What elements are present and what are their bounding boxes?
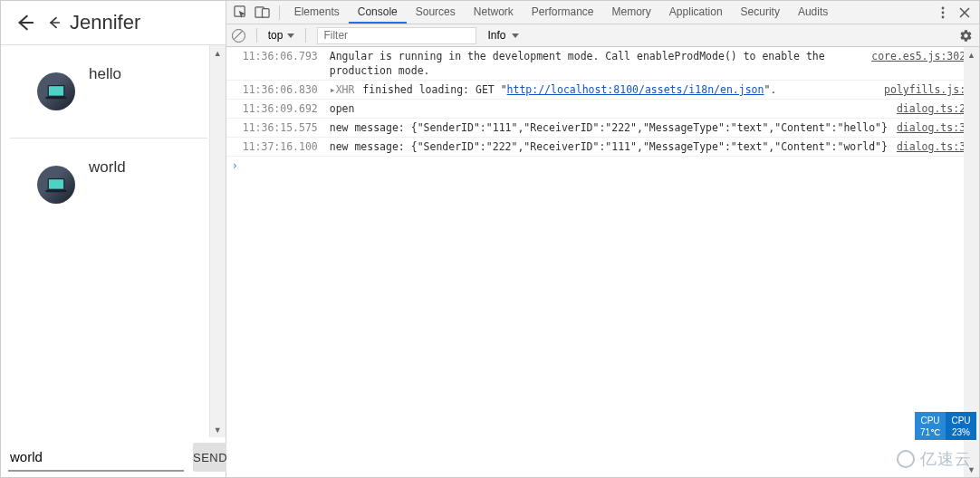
devtools-topbar: Elements Console Sources Network Perform… bbox=[226, 1, 979, 24]
tab-performance[interactable]: Performance bbox=[523, 1, 603, 24]
cpu-widgets: CPU 71℃ CPU 23% bbox=[915, 412, 976, 440]
clear-console-icon[interactable] bbox=[232, 29, 245, 43]
close-icon[interactable] bbox=[956, 4, 974, 22]
svg-point-11 bbox=[942, 15, 945, 18]
watermark-text: 亿速云 bbox=[920, 448, 972, 470]
tab-application[interactable]: Application bbox=[660, 1, 732, 24]
console-row: 11:37:16.100 new message: {"SenderID":"2… bbox=[226, 138, 979, 157]
watermark-icon bbox=[897, 450, 915, 468]
log-source[interactable]: dialog.ts:31 bbox=[888, 139, 972, 154]
divider bbox=[256, 28, 257, 43]
svg-point-9 bbox=[942, 6, 945, 9]
tab-security[interactable]: Security bbox=[732, 1, 789, 24]
tab-sources[interactable]: Sources bbox=[407, 1, 465, 24]
log-source[interactable]: polyfills.js:3 bbox=[875, 82, 972, 97]
watermark: 亿速云 bbox=[897, 448, 972, 470]
message-row: hello bbox=[10, 45, 207, 139]
scrollbar[interactable]: ▲ ▼ bbox=[209, 45, 226, 437]
filter-input[interactable] bbox=[317, 27, 476, 44]
console-toolbar: top Info bbox=[226, 24, 979, 47]
cpu-value: 23% bbox=[952, 426, 970, 438]
avatar bbox=[37, 166, 75, 204]
chat-panel: Jennifer hello world ▲ ▼ SEND bbox=[1, 1, 226, 477]
compose-area: SEND bbox=[8, 443, 218, 472]
back-chevron-icon[interactable] bbox=[44, 13, 64, 33]
divider bbox=[305, 28, 306, 43]
log-time: 11:36:15.575 bbox=[243, 120, 326, 135]
tab-elements[interactable]: Elements bbox=[285, 1, 349, 24]
inspect-icon[interactable] bbox=[232, 4, 250, 22]
console-row: 11:36:09.692 open dialog.ts:27 bbox=[226, 100, 979, 119]
log-message: new message: {"SenderID":"222","Receiver… bbox=[326, 139, 888, 154]
svg-rect-4 bbox=[49, 179, 63, 189]
log-source[interactable]: dialog.ts:27 bbox=[888, 101, 972, 116]
back-button[interactable] bbox=[12, 10, 37, 35]
log-source[interactable]: dialog.ts:31 bbox=[888, 120, 972, 135]
scroll-down-icon[interactable]: ▼ bbox=[210, 422, 226, 437]
message-text: world bbox=[89, 158, 126, 177]
message-row: world bbox=[10, 139, 207, 231]
log-message: open bbox=[326, 101, 888, 116]
console-row: 11:36:06.830 ▸XHR finished loading: GET … bbox=[226, 81, 979, 100]
divider bbox=[279, 5, 280, 20]
log-message: new message: {"SenderID":"111","Receiver… bbox=[326, 120, 888, 135]
log-message: ▸XHR finished loading: GET "http://local… bbox=[326, 82, 875, 97]
log-message: Angular is running in the development mo… bbox=[326, 49, 863, 78]
devtools-tabs: Elements Console Sources Network Perform… bbox=[285, 1, 838, 24]
scroll-up-icon[interactable]: ▲ bbox=[964, 47, 979, 62]
console-prompt[interactable]: › bbox=[226, 157, 979, 175]
log-source[interactable]: core.es5.js:3025 bbox=[862, 49, 972, 78]
device-toggle-icon[interactable] bbox=[254, 4, 272, 22]
chevron-down-icon bbox=[512, 33, 519, 38]
devtools-panel: Elements Console Sources Network Perform… bbox=[226, 1, 979, 477]
chat-title: Jennifer bbox=[70, 11, 140, 34]
log-time: 11:36:06.830 bbox=[243, 82, 326, 97]
chevron-down-icon bbox=[287, 33, 294, 38]
messages-area: hello world bbox=[1, 45, 226, 477]
svg-rect-5 bbox=[45, 190, 66, 192]
compose-input[interactable] bbox=[8, 444, 184, 472]
tab-audits[interactable]: Audits bbox=[789, 1, 837, 24]
log-time: 11:36:06.793 bbox=[243, 49, 326, 78]
chat-header: Jennifer bbox=[1, 1, 226, 45]
cpu-label: CPU bbox=[951, 415, 970, 426]
avatar bbox=[37, 72, 75, 110]
cpu-label: CPU bbox=[920, 415, 939, 426]
expand-icon[interactable]: ▸XHR bbox=[330, 83, 361, 96]
cpu-value: 71℃ bbox=[920, 426, 940, 438]
url-link[interactable]: http://localhost:8100/assets/i18n/en.jso… bbox=[507, 83, 764, 96]
cpu-temp-widget: CPU 71℃ bbox=[915, 412, 946, 440]
svg-rect-8 bbox=[263, 9, 270, 17]
level-value: Info bbox=[487, 29, 505, 42]
message-text: hello bbox=[89, 65, 121, 83]
tab-memory[interactable]: Memory bbox=[603, 1, 660, 24]
level-select[interactable]: Info bbox=[487, 29, 519, 42]
log-time: 11:37:16.100 bbox=[243, 139, 326, 154]
console-body[interactable]: 11:36:06.793 Angular is running in the d… bbox=[226, 47, 979, 477]
console-row: 11:36:06.793 Angular is running in the d… bbox=[226, 47, 979, 81]
context-value: top bbox=[268, 29, 283, 42]
kebab-menu-icon[interactable] bbox=[934, 4, 952, 22]
log-time: 11:36:09.692 bbox=[243, 101, 326, 116]
svg-rect-1 bbox=[49, 86, 63, 96]
gear-icon[interactable] bbox=[957, 27, 974, 43]
tab-console[interactable]: Console bbox=[349, 1, 407, 24]
tab-network[interactable]: Network bbox=[465, 1, 523, 24]
cpu-usage-widget: CPU 23% bbox=[946, 412, 976, 440]
svg-rect-2 bbox=[45, 97, 66, 99]
console-row: 11:36:15.575 new message: {"SenderID":"1… bbox=[226, 119, 979, 138]
svg-point-10 bbox=[942, 11, 945, 14]
send-button[interactable]: SEND bbox=[193, 443, 227, 472]
scroll-up-icon[interactable]: ▲ bbox=[210, 45, 226, 61]
context-select[interactable]: top bbox=[268, 29, 295, 42]
